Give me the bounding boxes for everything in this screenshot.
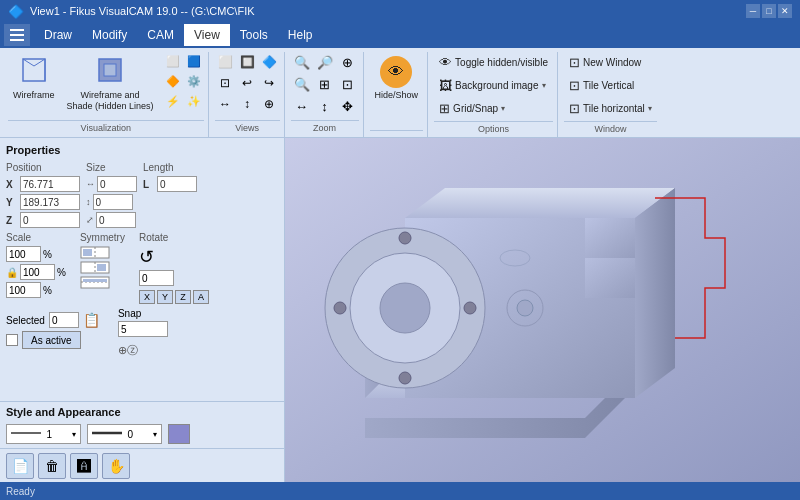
- zoom-btn-6[interactable]: ⊡: [337, 74, 359, 95]
- color-swatch[interactable]: [168, 424, 190, 444]
- menu-draw[interactable]: Draw: [34, 24, 82, 46]
- x-rotate-button[interactable]: X: [139, 290, 155, 304]
- active-checkbox[interactable]: [6, 334, 18, 346]
- new-window-button[interactable]: ⊡ New Window: [564, 52, 646, 73]
- sym-icon-1[interactable]: [80, 246, 125, 259]
- new-window-label: New Window: [583, 57, 641, 68]
- position-y-field: Y: [6, 194, 80, 210]
- scale-label: Scale: [6, 232, 66, 243]
- maximize-button[interactable]: □: [762, 4, 776, 18]
- svg-line-3: [34, 59, 45, 66]
- tile-vertical-button[interactable]: ⊡ Tile Vertical: [564, 75, 639, 96]
- zoom-btn-9[interactable]: ✥: [337, 96, 359, 117]
- as-active-button[interactable]: As active: [22, 331, 81, 349]
- zoom-btn-3[interactable]: ⊕: [337, 52, 359, 73]
- view-btn-9[interactable]: ⊕: [259, 94, 280, 114]
- size-x-field: ↔: [86, 176, 137, 192]
- menu-cam[interactable]: CAM: [137, 24, 184, 46]
- svg-rect-0: [23, 59, 45, 81]
- menu-view[interactable]: View: [184, 24, 230, 46]
- minimize-button[interactable]: ─: [746, 4, 760, 18]
- size-z-input[interactable]: [96, 212, 136, 228]
- menu-tools[interactable]: Tools: [230, 24, 278, 46]
- view-btn-8[interactable]: ↕: [237, 94, 258, 114]
- length-label: Length: [143, 162, 197, 173]
- z-axis-label: Z: [6, 215, 18, 226]
- position-y-input[interactable]: [20, 194, 80, 210]
- y-rotate-button[interactable]: Y: [157, 290, 173, 304]
- zoom-btn-1[interactable]: 🔍: [291, 52, 313, 73]
- selected-count-input[interactable]: [49, 312, 79, 328]
- zoom-btn-5[interactable]: ⊞: [314, 74, 336, 95]
- menu-modify[interactable]: Modify: [82, 24, 137, 46]
- symmetry-col: Symmetry: [80, 232, 125, 289]
- viewport[interactable]: [285, 138, 800, 482]
- hamburger-menu[interactable]: [4, 24, 30, 46]
- position-z-input[interactable]: [20, 212, 80, 228]
- scale-1-field: %: [6, 246, 66, 262]
- scale-1-input[interactable]: [6, 246, 41, 262]
- line-style-1-inner: 1 ▾: [9, 428, 78, 440]
- length-input[interactable]: [157, 176, 197, 192]
- rotate-label: Rotate: [139, 232, 209, 243]
- view-3d[interactable]: 🔷: [259, 52, 280, 72]
- size-x-input[interactable]: [97, 176, 137, 192]
- viz-btn-4[interactable]: ⚙️: [184, 72, 204, 91]
- view-btn-4[interactable]: ⊡: [215, 73, 236, 93]
- scale-3-input[interactable]: [6, 282, 41, 298]
- viz-btn-3[interactable]: 🔶: [163, 72, 183, 91]
- view-btn-5[interactable]: ↩: [237, 73, 258, 93]
- size-y-input[interactable]: [93, 194, 133, 210]
- hideshow-group-label: [370, 130, 424, 135]
- clipboard-icon[interactable]: 📋: [83, 312, 100, 328]
- hide-show-button[interactable]: 👁 Hide/Show: [370, 52, 424, 104]
- window-content: ⊡ New Window ⊡ Tile Vertical ⊡ Tile hori…: [564, 52, 657, 121]
- sym-icon-2[interactable]: [80, 261, 125, 274]
- text-button[interactable]: 🅰: [70, 453, 98, 479]
- view-btn-2[interactable]: 🔲: [237, 52, 258, 72]
- tile-vertical-icon: ⊡: [569, 78, 580, 93]
- view-btn-1[interactable]: ⬜: [215, 52, 236, 72]
- selected-section: Selected 📋 As active: [6, 312, 100, 349]
- scale-2-input[interactable]: [20, 264, 55, 280]
- toggle-hidden-button[interactable]: 👁 Toggle hidden/visible: [434, 52, 553, 73]
- viz-btn-6[interactable]: ✨: [184, 92, 204, 111]
- grid-snap-label: Grid/Snap: [453, 103, 498, 114]
- zoom-btn-2[interactable]: 🔎: [314, 52, 336, 73]
- position-label: Position: [6, 162, 80, 173]
- sym-icon-3[interactable]: [80, 276, 125, 289]
- new-document-button[interactable]: 📄: [6, 453, 34, 479]
- position-x-input[interactable]: [20, 176, 80, 192]
- main-layout: Properties Position X Y Z: [0, 138, 800, 482]
- menu-help[interactable]: Help: [278, 24, 323, 46]
- wireframe-button[interactable]: Wireframe: [8, 52, 60, 104]
- zoom-btn-4[interactable]: 🔍: [291, 74, 313, 95]
- hand-button[interactable]: ✋: [102, 453, 130, 479]
- tile-horizontal-arrow: ▾: [648, 104, 652, 113]
- a-rotate-button[interactable]: A: [193, 290, 209, 304]
- zoom-btn-7[interactable]: ↔: [291, 96, 313, 117]
- snap-input[interactable]: [118, 321, 168, 337]
- grid-snap-button[interactable]: ⊞ Grid/Snap ▾: [434, 98, 510, 119]
- rotate-icon[interactable]: ↺: [139, 246, 209, 268]
- wireframe-shade-button[interactable]: Wireframe andShade (Hidden Lines): [62, 52, 159, 116]
- zoom-btn-8[interactable]: ↕: [314, 96, 336, 117]
- viz-btn-1[interactable]: ⬜: [163, 52, 183, 71]
- line-style-1-select[interactable]: 1 ▾: [6, 424, 81, 444]
- window-title: View1 - Fikus VisualCAM 19.0 -- (G:\CMC\…: [30, 5, 255, 17]
- line-style-2-select[interactable]: 0 ▾: [87, 424, 162, 444]
- left-panel: Properties Position X Y Z: [0, 138, 285, 482]
- rotate-input[interactable]: [139, 270, 174, 286]
- wireframe-icon: [20, 56, 48, 88]
- delete-button[interactable]: 🗑: [38, 453, 66, 479]
- background-image-button[interactable]: 🖼 Background image ▾: [434, 75, 550, 96]
- view-btn-7[interactable]: ↔: [215, 94, 236, 114]
- length-col: Length L: [143, 162, 197, 192]
- close-button[interactable]: ✕: [778, 4, 792, 18]
- tile-horizontal-button[interactable]: ⊡ Tile horizontal ▾: [564, 98, 657, 119]
- viz-btn-2[interactable]: 🟦: [184, 52, 204, 71]
- view-btn-6[interactable]: ↪: [259, 73, 280, 93]
- z-rotate-button[interactable]: Z: [175, 290, 191, 304]
- svg-point-26: [380, 283, 430, 333]
- viz-btn-5[interactable]: ⚡: [163, 92, 183, 111]
